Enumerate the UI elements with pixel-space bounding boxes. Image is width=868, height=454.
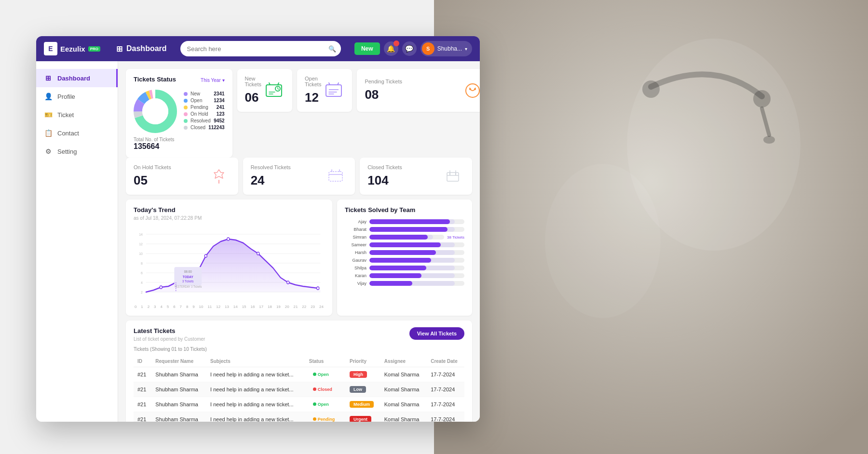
sidebar-item-ticket[interactable]: 🎫 Ticket xyxy=(36,106,118,124)
on-hold-tickets-icon xyxy=(207,165,231,188)
team-member-name: Karan xyxy=(345,273,366,278)
svg-point-2 xyxy=(545,164,661,318)
new-tickets-icon xyxy=(263,79,285,102)
svg-rect-32 xyxy=(329,172,342,181)
svg-point-54 xyxy=(160,286,162,289)
latest-tickets-section: Latest Tickets List of ticket opened by … xyxy=(126,320,472,422)
table-row[interactable]: #21 Shubham Sharma I need help in adding… xyxy=(134,397,464,412)
sidebar-item-contact[interactable]: 📋 Contact xyxy=(36,124,118,142)
tickets-status-card: Tickets Status This Year ▾ xyxy=(126,69,232,158)
table-col-header: ID xyxy=(134,356,151,367)
notifications-button[interactable]: 🔔 xyxy=(384,41,398,56)
ticket-assignee: Komal Sharma xyxy=(380,382,427,397)
sidebar-item-dashboard[interactable]: ⊞ Dashboard xyxy=(36,69,118,87)
trend-title: Today's Trend xyxy=(134,206,325,214)
svg-point-59 xyxy=(287,281,289,284)
pending-tickets-label: Pending Tickets xyxy=(365,79,402,84)
resolved-tickets-value: 24 xyxy=(251,173,291,188)
search-input[interactable] xyxy=(180,41,341,56)
bar-track xyxy=(369,219,464,224)
ticket-subject: I need help in adding a new ticket... xyxy=(206,382,305,397)
svg-point-6 xyxy=(763,136,775,144)
svg-point-4 xyxy=(753,90,771,107)
svg-point-56 xyxy=(204,254,207,257)
svg-text:TODAY: TODAY xyxy=(183,275,193,279)
table-row[interactable]: #21 Shubham Sharma I need help in adding… xyxy=(134,367,464,382)
contact-icon: 📋 xyxy=(44,129,53,137)
sidebar-label-ticket: Ticket xyxy=(57,111,74,119)
ticket-status: Open xyxy=(305,367,346,382)
on-hold-tickets-value: 05 xyxy=(134,173,171,188)
ticket-priority: High xyxy=(346,367,380,382)
table-row[interactable]: #21 Shubham Sharma I need help in adding… xyxy=(134,412,464,422)
closed-tickets-value: 104 xyxy=(367,173,402,188)
ticket-status: Pending xyxy=(305,412,346,422)
team-bar-item: Ajay xyxy=(345,219,464,224)
sidebar: ⊞ Dashboard 👤 Profile 🎫 Ticket 📋 Contact… xyxy=(36,61,118,422)
ticket-assignee: Komal Sharma xyxy=(380,397,427,412)
legend-closed: Closed 112243 xyxy=(184,125,225,130)
sidebar-label-dashboard: Dashboard xyxy=(57,75,90,82)
team-member-name: Shilpa xyxy=(345,266,366,270)
team-bar-item: Gaurav xyxy=(345,258,464,263)
ticket-requester: Shubham Sharma xyxy=(151,382,206,397)
team-member-name: Vijay xyxy=(345,281,366,286)
bar-track xyxy=(369,227,464,232)
ticket-subject: I need help in adding a new ticket... xyxy=(206,367,305,382)
ticket-date: 17-7-2024 xyxy=(427,367,464,382)
svg-text:2: 2 xyxy=(141,290,143,294)
bar-track xyxy=(369,273,464,278)
navbar: E Eezulix PRO ⊞ Dashboard 🔍 New 🔔 💬 S Sh… xyxy=(36,36,480,61)
svg-point-60 xyxy=(317,287,319,290)
ticket-subject: I need help in adding a new ticket... xyxy=(206,397,305,412)
logo-badge: PRO xyxy=(88,46,100,52)
ticket-date: 17-7-2024 xyxy=(427,397,464,412)
team-bar-item: Harsh xyxy=(345,250,464,255)
new-tickets-card: New Tickets 06 xyxy=(237,69,292,112)
team-bar-item: Shilpa xyxy=(345,266,464,270)
view-all-tickets-button[interactable]: View All Tickets xyxy=(409,327,464,340)
team-bar-item: Vijay xyxy=(345,281,464,286)
svg-text:6: 6 xyxy=(141,270,143,275)
svg-point-23 xyxy=(474,88,476,90)
table-header: IDRequester NameSubjectsStatusPriorityAs… xyxy=(134,356,464,367)
ticket-date: 17-7-2024 xyxy=(427,382,464,397)
content-area: New Tickets 06 xyxy=(118,61,480,422)
table-col-header: Create Date xyxy=(427,356,464,367)
trend-card: Today's Trend as of Jul 18, 2024, 07:22:… xyxy=(126,200,332,316)
latest-tickets-title: Latest Tickets xyxy=(134,327,205,334)
table-col-header: Priority xyxy=(346,356,380,367)
team-card: Tickets Solved by Team Ajay Bharat Simra… xyxy=(337,200,472,316)
ticket-assignee: Komal Sharma xyxy=(380,367,427,382)
bar-track xyxy=(369,266,464,270)
team-bar-item: Sameer xyxy=(345,242,464,247)
resolved-tickets-icon xyxy=(324,165,347,188)
bar-track xyxy=(369,250,464,255)
ticket-priority: Urgent xyxy=(346,412,380,422)
bar-track xyxy=(369,258,464,263)
sidebar-item-profile[interactable]: 👤 Profile xyxy=(36,87,118,106)
table-row[interactable]: #21 Shubham Sharma I need help in adding… xyxy=(134,382,464,397)
total-tickets-row: Total No. of Tickets 135664 xyxy=(134,137,225,151)
chat-button[interactable]: 💬 xyxy=(402,41,417,56)
svg-text:4: 4 xyxy=(141,280,143,285)
team-member-name: Ajay xyxy=(345,219,366,224)
team-member-name: Sameer xyxy=(345,242,366,247)
sidebar-item-setting[interactable]: ⚙ Setting xyxy=(36,142,118,160)
svg-point-22 xyxy=(469,88,471,90)
sidebar-label-contact: Contact xyxy=(57,130,79,137)
search-bar[interactable]: 🔍 xyxy=(180,41,341,56)
ticket-status: Open xyxy=(305,397,346,412)
svg-text:08:00: 08:00 xyxy=(184,270,192,274)
new-button[interactable]: New xyxy=(354,42,380,55)
resolved-tickets-card: Resolved Tickets 24 xyxy=(243,158,355,195)
table-col-header: Assignee xyxy=(380,356,427,367)
bar-track xyxy=(369,242,464,247)
tickets-status-year[interactable]: This Year ▾ xyxy=(201,78,224,83)
tickets-table: IDRequester NameSubjectsStatusPriorityAs… xyxy=(134,356,464,422)
tickets-count-info: Tickets (Showing 01 to 10 Tickets) xyxy=(134,347,464,352)
new-tickets-label: New Tickets xyxy=(245,76,263,87)
trend-chart: 14 12 10 8 6 4 2 xyxy=(134,225,325,302)
user-chip[interactable]: S Shubha... ▾ xyxy=(420,41,472,56)
legend-resolved: Resolved 9452 xyxy=(184,118,225,123)
